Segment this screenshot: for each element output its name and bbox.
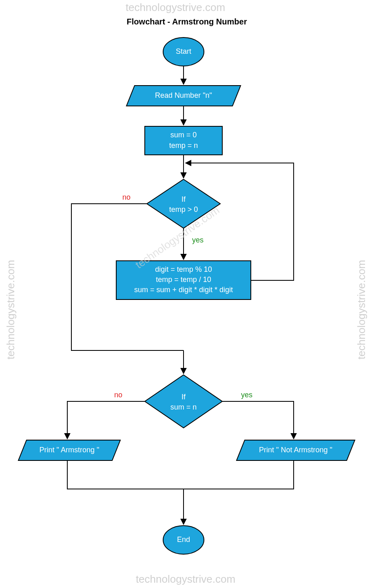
svg-text:If: If — [181, 195, 186, 203]
node-print-not-armstrong: Print " Not Armstrong " — [237, 440, 355, 460]
svg-text:digit = temp % 10: digit = temp % 10 — [155, 265, 212, 273]
node-loop: digit = temp % 10 temp = temp / 10 sum =… — [116, 261, 251, 300]
node-cond2: If sum = n — [145, 375, 222, 428]
svg-text:End: End — [177, 535, 190, 544]
label-cond2-yes: yes — [241, 391, 252, 399]
diagram-title: Flowchart - Armstrong Number — [127, 17, 247, 26]
node-print-armstrong: Print " Armstrong " — [18, 440, 120, 460]
svg-text:Print " Armstrong ": Print " Armstrong " — [40, 446, 100, 454]
edge-cond2-no — [67, 401, 145, 439]
watermark-bottom: technologystrive.com — [136, 573, 235, 585]
svg-text:temp = temp / 10: temp = temp / 10 — [156, 275, 211, 284]
svg-marker-14 — [145, 375, 222, 428]
svg-text:Print " Not Armstrong ": Print " Not Armstrong " — [259, 446, 332, 454]
svg-text:temp = n: temp = n — [169, 141, 198, 150]
label-cond1-yes: yes — [192, 236, 204, 244]
svg-text:Read Number "n": Read Number "n" — [155, 91, 212, 99]
node-read: Read Number "n" — [126, 86, 241, 106]
svg-text:temp > 0: temp > 0 — [169, 205, 198, 214]
flowchart-canvas: technologystrive.com technologystrive.co… — [0, 0, 374, 588]
edge-right-merge — [184, 460, 294, 489]
svg-text:sum = 0: sum = 0 — [170, 131, 197, 139]
label-cond2-no: no — [114, 391, 122, 399]
svg-text:sum = n: sum = n — [170, 403, 197, 411]
watermark-left: technologystrive.com — [4, 260, 17, 359]
svg-text:If: If — [181, 393, 186, 401]
label-cond1-no: no — [122, 193, 131, 201]
watermark-right: technologystrive.com — [355, 260, 367, 359]
svg-text:sum = sum + digit * digit * di: sum = sum + digit * digit * digit — [134, 286, 233, 294]
node-init: sum = 0 temp = n — [145, 126, 222, 155]
edge-left-merge — [67, 460, 184, 489]
node-end: End — [163, 526, 204, 554]
edge-cond2-yes — [222, 401, 294, 439]
watermark-top: technologystrive.com — [126, 1, 225, 13]
node-start: Start — [163, 37, 204, 66]
svg-text:Start: Start — [176, 47, 191, 55]
